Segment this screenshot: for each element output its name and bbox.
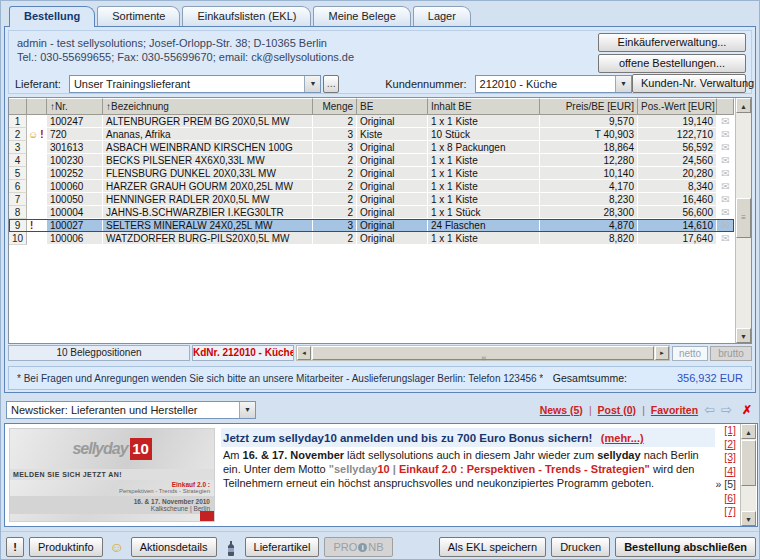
als-ekl-speichern-button[interactable]: Als EKL speichern [439, 537, 546, 557]
cell-inhalt-be: 1 x 1 Kiste [428, 154, 540, 167]
envelope-icon[interactable]: ✉ [717, 219, 734, 232]
kundennummer-select[interactable]: 212010 - Küche ▼ [475, 75, 632, 93]
table-vertical-scrollbar[interactable]: ▲ ≡ ▼ [735, 98, 751, 343]
table-row[interactable]: 4100230BECKS PILSENER 4X6X0,33L MW2Origi… [9, 154, 734, 167]
alert-icon-button[interactable]: ! [6, 537, 24, 557]
lieferant-select[interactable]: Unser Trainingslieferant ▼ [69, 75, 322, 93]
table-row[interactable]: 7100050HENNINGER RADLER 20X0,5L MW2Origi… [9, 193, 734, 206]
cell-pos-wert: 19,140 [638, 115, 717, 128]
forward-arrow-icon[interactable]: ⇨ [721, 402, 732, 417]
table-row[interactable]: 10100006WATZDORFER BURG-PILS20X0,5L MW2O… [9, 232, 734, 245]
smiley-icon[interactable]: ☺ [108, 537, 126, 557]
banner-line2: Einkauf 2.0 : [10, 480, 214, 488]
status-message: * Bei Fragen und Anregungen wenden Sie s… [17, 373, 543, 384]
scroll-up-icon[interactable]: ▲ [736, 98, 751, 113]
scroll-down-icon[interactable]: ▼ [741, 511, 756, 526]
banner-line5: Kalkscheune | Berlin [10, 505, 214, 514]
news-page-link[interactable]: [1] [706, 424, 736, 438]
news-headline-row: Jetzt zum sellyday10 anmelden und bis zu… [221, 428, 715, 447]
kunden-nr-verwaltung-button[interactable]: Kunden-Nr. Verwaltung [632, 74, 746, 93]
mehr-link[interactable]: (mehr...) [601, 432, 644, 444]
table-horizontal-scrollbar[interactable]: ◄ ≡ ► [296, 345, 670, 361]
cell-inhalt-be: 1 x 1 Kiste [428, 167, 540, 180]
cell-bezeichnung: HARZER GRAUH GOURM 20X0,25L MW [103, 180, 313, 193]
scroll-right-icon[interactable]: ► [655, 346, 669, 360]
news-page-link[interactable]: [4] [706, 465, 736, 479]
scroll-down-icon[interactable]: ▼ [736, 328, 751, 343]
newsticker-select[interactable]: Newsticker: Lieferanten und Hersteller ▼ [6, 401, 256, 419]
einkaeuferverwaltung-button[interactable]: Einkäuferverwaltung... [598, 33, 746, 52]
column-header-be[interactable]: BE [357, 98, 428, 115]
tab-einkaufslisten-ekl-[interactable]: Einkaufslisten (EKL) [182, 6, 311, 26]
envelope-icon[interactable]: ✉ [717, 115, 734, 128]
table-row[interactable]: 1100247ALTENBURGER PREM BG 20X0,5L MW2Or… [9, 115, 734, 128]
envelope-icon[interactable]: ✉ [717, 232, 734, 245]
lieferant-label: Lieferant: [15, 78, 61, 90]
gesamtsumme-label: Gesamtsumme: [553, 372, 677, 384]
banner-brand-text: sellyday [72, 440, 127, 458]
news-vertical-scrollbar[interactable]: ▲ ▼ [740, 424, 756, 526]
favoriten-link[interactable]: Favoriten [651, 404, 698, 416]
table-row[interactable]: 5100252FLENSBURG DUNKEL 20X0,33L MW2Orig… [9, 167, 734, 180]
post-link[interactable]: Post (0) [598, 404, 637, 416]
envelope-icon[interactable]: ✉ [717, 167, 734, 180]
brutto-toggle[interactable]: brutto [710, 346, 752, 361]
bestellung-abschliessen-button[interactable]: Bestellung abschließen [615, 537, 756, 557]
netto-toggle[interactable]: netto [672, 346, 708, 361]
envelope-icon[interactable]: ✉ [717, 193, 734, 206]
scroll-up-icon[interactable]: ▲ [741, 424, 756, 439]
column-header-preis[interactable]: Preis/BE [EUR] [540, 98, 638, 115]
lieferartikel-button[interactable]: Lieferartikel [245, 537, 320, 557]
cell-preis: 10,140 [540, 167, 638, 180]
chevron-down-icon[interactable]: ▼ [239, 402, 255, 418]
news-page-link[interactable]: [2] [706, 438, 736, 452]
news-link[interactable]: News (5) [540, 404, 583, 416]
newsticker-bar: Newsticker: Lieferanten und Hersteller ▼… [4, 398, 758, 421]
cell-pos-wert: 122,710 [638, 128, 717, 141]
cell-nr: 720 [47, 128, 103, 141]
envelope-icon[interactable]: ✉ [717, 180, 734, 193]
column-header-bezeichnung[interactable]: ↑Bezeichnung [103, 98, 313, 115]
news-page-link[interactable]: [3] [706, 451, 736, 465]
table-row[interactable]: 8100004JAHNS-B.SCHWARZBIER I.KEG30LTR2Or… [9, 206, 734, 219]
lieferant-browse-button[interactable]: ... [323, 75, 339, 93]
kdnr-badge: KdNr. 212010 - Küche [192, 345, 294, 361]
tab-sortimente[interactable]: Sortimente [97, 6, 180, 26]
table-row[interactable]: 2☺!720Ananas, Afrika3Kiste10 StückT 40,9… [9, 128, 734, 141]
tab-meine-belege[interactable]: Meine Belege [313, 6, 410, 26]
news-page-link[interactable]: [7] [706, 505, 736, 519]
envelope-icon[interactable]: ✉ [717, 206, 734, 219]
chevron-down-icon[interactable]: ▼ [615, 76, 631, 92]
column-header-pos-wert[interactable]: Pos.-Wert [EUR] [638, 98, 717, 115]
tab-lager[interactable]: Lager [413, 6, 471, 26]
drucken-button[interactable]: Drucken [551, 537, 610, 557]
produktinfo-button[interactable]: Produktinfo [29, 537, 103, 557]
scroll-left-icon[interactable]: ◄ [297, 346, 311, 360]
table-row[interactable]: 9!100027SELTERS MINERALW 24X0,25L MW3Ori… [9, 219, 734, 232]
envelope-icon[interactable]: ✉ [717, 128, 734, 141]
envelope-icon[interactable]: ✉ [717, 154, 734, 167]
chevron-down-icon[interactable]: ▼ [304, 76, 320, 92]
table-row[interactable]: 3301613ASBACH WEINBRAND KIRSCHEN 100G3Or… [9, 141, 734, 154]
close-newsticker-icon[interactable]: ✗ [742, 403, 752, 417]
aktionsdetails-button[interactable]: Aktionsdetails [131, 537, 217, 557]
tab-bestellung[interactable]: Bestellung [9, 6, 95, 27]
column-header-inhalt-be[interactable]: Inhalt BE [428, 98, 540, 115]
body-text: lädt sellysolutions auch in diesem Jahr … [344, 449, 597, 461]
scrollbar-thumb[interactable] [741, 440, 756, 486]
scrollbar-thumb[interactable]: ≡ [312, 346, 654, 360]
beleg-positions-counter: 10 Belegpositionen [8, 345, 190, 361]
envelope-icon[interactable]: ✉ [717, 141, 734, 154]
body-text-separator: | [390, 463, 399, 475]
back-arrow-icon[interactable]: ⇦ [704, 402, 715, 417]
news-page-link[interactable]: » [5] [706, 478, 736, 492]
column-header-menge[interactable]: Menge [313, 98, 357, 115]
bottle-icon[interactable] [222, 538, 240, 556]
column-header-nr[interactable]: ↑Nr. [47, 98, 103, 115]
row-icon-cell [27, 232, 47, 245]
newsticker-links: News (5) | Post (0) | Favoriten ⇦ ⇨ ✗ [540, 402, 758, 417]
offene-bestellungen-button[interactable]: offene Bestellungen... [598, 54, 746, 73]
table-row[interactable]: 6100060HARZER GRAUH GOURM 20X0,25L MW2Or… [9, 180, 734, 193]
news-page-link[interactable]: [6] [706, 492, 736, 506]
scrollbar-thumb[interactable]: ≡ [736, 198, 751, 238]
